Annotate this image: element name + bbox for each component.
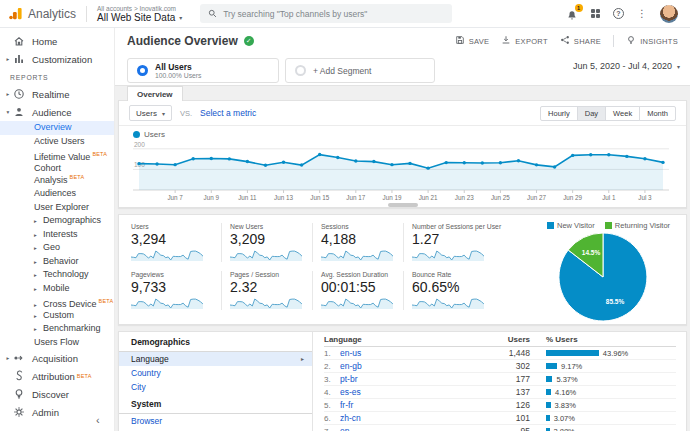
vs-label: VS. bbox=[180, 109, 192, 118]
sidebar-item-attribution[interactable]: AttributionBETA bbox=[0, 367, 114, 385]
column-header-users[interactable]: Users bbox=[470, 335, 530, 344]
analytics-logo[interactable]: Analytics bbox=[8, 6, 76, 21]
add-segment-button[interactable]: + Add Segment bbox=[285, 58, 435, 83]
language-link[interactable]: es-es bbox=[340, 387, 470, 397]
granularity-day[interactable]: Day bbox=[577, 106, 606, 121]
language-table: LanguageUsers% Users1.en-us1,44843.96%2.… bbox=[314, 332, 686, 431]
sidebar-item-benchmarking[interactable]: ▸Benchmarking bbox=[0, 322, 114, 336]
sidebar-item-custom[interactable]: ▸Custom bbox=[0, 309, 114, 323]
help-icon[interactable]: ? bbox=[613, 8, 624, 19]
pct-value: 43.96% bbox=[603, 349, 628, 358]
sidebar-item-lifetime-value[interactable]: Lifetime ValueBETA bbox=[0, 148, 114, 162]
column-header-pct-users[interactable]: % Users bbox=[546, 335, 676, 344]
customization-icon bbox=[13, 53, 25, 65]
chevron-right-icon[interactable]: ▸ bbox=[4, 91, 12, 97]
sidebar-collapse-button[interactable]: ‹ bbox=[96, 414, 100, 426]
pct-value: 9.17% bbox=[561, 362, 582, 371]
more-menu-icon[interactable]: ⋮ bbox=[637, 9, 647, 19]
sidebar-item-audience[interactable]: ▾Audience bbox=[0, 103, 114, 121]
apps-grid-icon[interactable] bbox=[591, 9, 601, 19]
sidebar-item-label: Admin bbox=[32, 407, 59, 418]
users-count: 126 bbox=[470, 400, 530, 410]
search-bar[interactable]: Try searching "Top channels by users" bbox=[200, 4, 452, 23]
chevron-right-icon: ▸ bbox=[301, 352, 304, 366]
sidebar-item-mobile[interactable]: ▸Mobile bbox=[0, 282, 114, 296]
chart-scrollbar[interactable] bbox=[388, 203, 418, 207]
metric-avg-session-duration: Avg. Session Duration00:01:55 bbox=[313, 271, 404, 310]
dimension-language[interactable]: Language▸ bbox=[119, 352, 312, 366]
sidebar-item-label: Behavior bbox=[43, 256, 79, 266]
sidebar-item-customization[interactable]: ▸Customization bbox=[0, 50, 114, 68]
sidebar-item-realtime[interactable]: ▸Realtime bbox=[0, 85, 114, 103]
sidebar-item-acquisition[interactable]: ▸Acquisition bbox=[0, 349, 114, 367]
chevron-right-icon[interactable]: ▸ bbox=[34, 323, 43, 337]
metric-bounce-rate: Bounce Rate60.65% bbox=[404, 271, 495, 310]
sidebar-item-label: Benchmarking bbox=[43, 323, 101, 333]
sidebar-item-demographics[interactable]: ▸Demographics bbox=[0, 214, 114, 228]
chevron-down-icon[interactable]: ▾ bbox=[4, 109, 12, 115]
metric-label: Pageviews bbox=[131, 271, 215, 278]
chevron-right-icon[interactable]: ▸ bbox=[4, 56, 12, 62]
chevron-down-icon: ▾ bbox=[677, 63, 680, 70]
users-count: 302 bbox=[470, 361, 530, 371]
account-switcher[interactable]: All accounts > Inovatik.com All Web Site… bbox=[97, 5, 182, 23]
pct-users-cell: 5.37% bbox=[546, 375, 676, 384]
save-button[interactable]: SAVE bbox=[455, 35, 490, 47]
metric-sparkline bbox=[230, 297, 302, 310]
language-link[interactable]: en-gb bbox=[340, 361, 470, 371]
export-button[interactable]: EXPORT bbox=[501, 35, 548, 47]
language-link[interactable]: fr-fr bbox=[340, 400, 470, 410]
sidebar-item-technology[interactable]: ▸Technology bbox=[0, 268, 114, 282]
insights-button[interactable]: INSIGHTS bbox=[626, 35, 678, 47]
chevron-right-icon[interactable]: ▸ bbox=[4, 355, 12, 361]
notifications-button[interactable]: 1 bbox=[566, 7, 578, 20]
add-segment-label: + Add Segment bbox=[313, 66, 371, 76]
metric-label: Pages / Session bbox=[230, 271, 306, 278]
pct-users-cell: 9.17% bbox=[546, 362, 676, 371]
user-avatar[interactable] bbox=[660, 5, 678, 23]
chevron-right-icon[interactable]: ▸ bbox=[34, 256, 43, 270]
sidebar-item-active-users[interactable]: Active Users bbox=[0, 135, 114, 149]
sidebar-item-overview[interactable]: Overview bbox=[0, 121, 114, 135]
dimension-city[interactable]: City bbox=[119, 380, 312, 394]
sidebar-item-user-explorer[interactable]: User Explorer bbox=[0, 201, 114, 215]
pct-value: 3.83% bbox=[555, 401, 576, 410]
svg-text:200: 200 bbox=[134, 141, 145, 148]
tab-overview[interactable]: Overview bbox=[127, 86, 183, 101]
sidebar-item-interests[interactable]: ▸Interests bbox=[0, 228, 114, 242]
granularity-week[interactable]: Week bbox=[605, 106, 640, 121]
language-link[interactable]: en bbox=[340, 426, 470, 431]
svg-text:Jun 27: Jun 27 bbox=[527, 194, 546, 201]
pct-bar bbox=[546, 415, 550, 421]
language-link[interactable]: zh-cn bbox=[340, 413, 470, 423]
dimension-country[interactable]: Country bbox=[119, 366, 312, 380]
chevron-right-icon[interactable]: ▸ bbox=[34, 215, 43, 229]
legend-label: Users bbox=[144, 130, 165, 139]
language-link[interactable]: en-us bbox=[340, 348, 470, 358]
select-metric-link[interactable]: Select a metric bbox=[200, 108, 256, 118]
sidebar-item-users-flow[interactable]: Users Flow bbox=[0, 336, 114, 350]
sidebar-item-cross-device[interactable]: ▸Cross DeviceBETA bbox=[0, 295, 114, 309]
dimension-browser[interactable]: Browser bbox=[119, 414, 312, 428]
share-button[interactable]: SHARE bbox=[560, 35, 601, 47]
language-link[interactable]: pt-br bbox=[340, 374, 470, 384]
date-range-selector[interactable]: Jun 5, 2020 - Jul 4, 2020 ▾ bbox=[573, 61, 680, 71]
sidebar-item-geo[interactable]: ▸Geo bbox=[0, 241, 114, 255]
sidebar-item-label: Discover bbox=[32, 389, 69, 400]
sidebar-item-discover[interactable]: Discover bbox=[0, 385, 114, 403]
sidebar-item-home[interactable]: Home bbox=[0, 32, 114, 50]
sidebar-item-cohort-analysis[interactable]: Cohort AnalysisBETA bbox=[0, 162, 114, 188]
metric-sparkline bbox=[412, 249, 484, 262]
chevron-right-icon[interactable]: ▸ bbox=[34, 310, 43, 324]
chevron-right-icon[interactable]: ▸ bbox=[34, 242, 43, 256]
metric-selector-dropdown[interactable]: Users ▾ bbox=[129, 105, 172, 121]
sidebar-item-behavior[interactable]: ▸Behavior bbox=[0, 255, 114, 269]
chevron-right-icon[interactable]: ▸ bbox=[34, 269, 43, 283]
chevron-right-icon[interactable]: ▸ bbox=[34, 283, 43, 297]
granularity-hourly[interactable]: Hourly bbox=[540, 106, 578, 121]
chevron-right-icon[interactable]: ▸ bbox=[34, 229, 43, 243]
granularity-month[interactable]: Month bbox=[639, 106, 676, 121]
column-header-language[interactable]: Language bbox=[324, 335, 470, 344]
sidebar-item-audiences[interactable]: Audiences bbox=[0, 187, 114, 201]
segment-all-users[interactable]: All Users 100.00% Users bbox=[127, 58, 279, 83]
